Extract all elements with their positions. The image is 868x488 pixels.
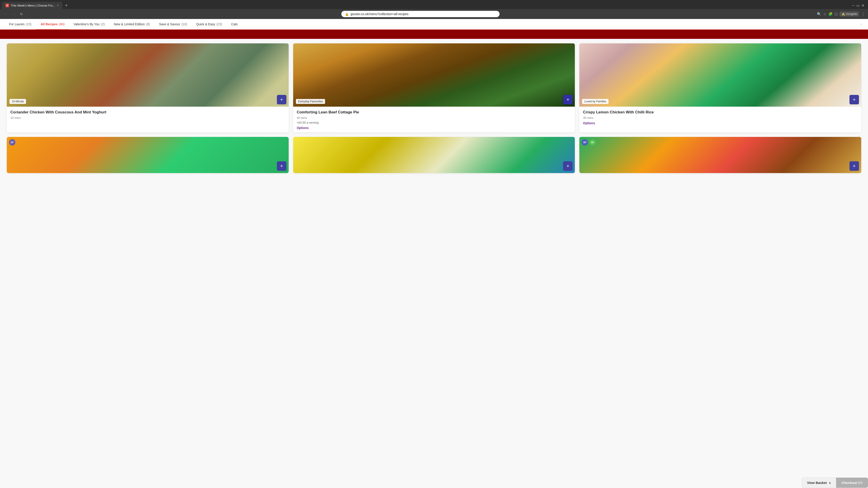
nav-tabs: For Lauren (15) All Recipes (96) Valenti… (0, 19, 868, 30)
search-icon[interactable]: 🔍 (817, 12, 822, 16)
url-text: gousto.co.uk/menu?collection=all-recipes (350, 12, 496, 16)
tab-valentines[interactable]: Valentine's By You (2) (69, 19, 110, 30)
tab-new-limited-count: (8) (146, 22, 150, 26)
recipe-image-5 (293, 137, 575, 173)
forward-button[interactable]: → (11, 11, 16, 17)
address-actions: 🔍 ☆ 🧩 ⬡ 🕵 Incognito ⋮ (817, 11, 865, 17)
bookmark-icon[interactable]: ☆ (823, 12, 827, 16)
badge-df-4: DF (9, 139, 16, 145)
recipe-image-1 (7, 43, 289, 107)
recipe-card-3: Loved by Families + Crispy Lemon Chicken… (579, 43, 861, 132)
tab-calo[interactable]: Calo (227, 19, 242, 30)
tab-for-lauren-count: (15) (26, 22, 31, 26)
tab-new-limited-label: New & Limited Edition (114, 22, 145, 26)
tab-all-recipes-label: All Recipes (40, 22, 57, 26)
recipe-card-1: 10-Minute + Coriander Chicken With Cousc… (7, 43, 289, 132)
recipe-info-3: Crispy Lemon Chicken With Chilli Rice 35… (579, 107, 861, 128)
badge-gf-6: GF (589, 139, 596, 145)
tab-for-lauren[interactable]: For Lauren (15) (4, 19, 36, 30)
profile-icon[interactable]: ⬡ (835, 12, 838, 16)
tab-save-savour-label: Save & Savour (159, 22, 180, 26)
new-tab-button[interactable]: + (63, 2, 70, 9)
add-recipe-button-2[interactable]: + (563, 95, 572, 104)
extensions-icon[interactable]: 🧩 (828, 12, 833, 16)
recipe-info-2: Comforting Lean Beef Cottage Pie 40 mins… (293, 107, 575, 132)
add-recipe-button-6[interactable]: + (849, 161, 859, 171)
badge-row-4: DF (9, 139, 16, 145)
browser-menu-button[interactable]: ⋮ (861, 11, 865, 17)
add-recipe-button-1[interactable]: + (277, 95, 286, 104)
add-recipe-button-3[interactable]: + (849, 95, 859, 104)
minimize-button[interactable]: ─ (852, 3, 855, 7)
badge-df-6: DF (582, 139, 588, 145)
recipe-info-1: Coriander Chicken With Couscous And Mint… (7, 107, 289, 124)
recipe-tag-1: 10-Minute (9, 99, 26, 104)
recipe-image-wrap-3: Loved by Families + (579, 43, 861, 107)
tab-all-recipes[interactable]: All Recipes (96) (36, 19, 69, 30)
recipe-title-2: Comforting Lean Beef Cottage Pie (297, 110, 571, 115)
tab-new-limited[interactable]: New & Limited Edition (8) (109, 19, 154, 30)
tab-quick-easy-count: (23) (217, 22, 222, 26)
close-button[interactable]: ✕ (862, 3, 864, 8)
tab-calo-label: Calo (231, 22, 238, 26)
recipe-image-3 (579, 43, 861, 107)
recipe-card-5: + (293, 137, 575, 173)
recipe-price-2: +£0.50 a serving (297, 121, 571, 124)
active-tab[interactable]: G This Week's Menu | Choose Fro... × (2, 2, 62, 9)
incognito-label: Incognito (846, 12, 857, 15)
window-controls: ─ ▭ ✕ (852, 3, 866, 8)
nav-tabs-more-arrow[interactable]: › (859, 19, 864, 29)
recipe-image-wrap-1: 10-Minute + (7, 43, 289, 107)
tab-quick-easy-label: Quick & Easy (196, 22, 215, 26)
incognito-badge: 🕵 Incognito (839, 11, 859, 17)
address-bar: ← → ↻ 🔒 gousto.co.uk/menu?collection=all… (0, 9, 868, 19)
tab-title: This Week's Menu | Choose Fro... (11, 4, 55, 7)
recipe-image-wrap-5: + (293, 137, 575, 173)
recipe-options-3[interactable]: Options (583, 121, 858, 125)
tab-save-savour[interactable]: Save & Savour (10) (155, 19, 192, 30)
recipe-card-2: Everyday Favourites + Comforting Lean Be… (293, 43, 575, 132)
browser-chrome: G This Week's Menu | Choose Fro... × + ─… (0, 0, 868, 19)
tab-bar: G This Week's Menu | Choose Fro... × + ─… (0, 0, 868, 9)
recipe-image-6 (579, 137, 861, 173)
tab-close-button[interactable]: × (57, 4, 59, 7)
recipe-time-2: 40 mins (297, 116, 571, 120)
tab-all-recipes-count: (96) (59, 22, 65, 26)
lock-icon: 🔒 (345, 12, 349, 16)
recipe-image-wrap-2: Everyday Favourites + (293, 43, 575, 107)
recipe-card-6: DF GF + (579, 137, 861, 173)
back-button[interactable]: ← (3, 11, 8, 17)
recipe-image-4 (7, 137, 289, 173)
recipe-title-3: Crispy Lemon Chicken With Chilli Rice (583, 110, 858, 115)
add-recipe-button-4[interactable]: + (277, 161, 286, 171)
badge-row-6: DF GF (582, 139, 596, 145)
recipe-options-2[interactable]: Options (297, 126, 571, 130)
recipe-image-2 (293, 43, 575, 107)
recipe-image-wrap-6: DF GF + (579, 137, 861, 173)
recipe-image-wrap-4: DF + (7, 137, 289, 173)
recipe-tag-2: Everyday Favourites (296, 99, 325, 104)
incognito-icon: 🕵 (841, 12, 845, 16)
tab-valentines-count: (2) (101, 22, 105, 26)
recipe-tag-3: Loved by Families (582, 99, 609, 104)
tab-for-lauren-label: For Lauren (9, 22, 24, 26)
recipe-time-1: 10 mins (10, 116, 285, 120)
add-recipe-button-5[interactable]: + (563, 161, 572, 171)
main-content: 10-Minute + Coriander Chicken With Cousc… (0, 39, 868, 177)
red-banner (0, 30, 868, 39)
tab-save-savour-count: (10) (182, 22, 187, 26)
maximize-button[interactable]: ▭ (856, 3, 860, 8)
tab-quick-easy[interactable]: Quick & Easy (23) (192, 19, 227, 30)
recipe-card-4: DF + (7, 137, 289, 173)
recipe-grid: 10-Minute + Coriander Chicken With Cousc… (7, 43, 861, 173)
tab-valentines-label: Valentine's By You (74, 22, 100, 26)
recipe-title-1: Coriander Chicken With Couscous And Mint… (10, 110, 285, 115)
recipe-time-3: 35 mins (583, 116, 858, 120)
tab-favicon: G (5, 4, 9, 7)
refresh-button[interactable]: ↻ (19, 11, 24, 17)
url-bar[interactable]: 🔒 gousto.co.uk/menu?collection=all-recip… (341, 11, 500, 17)
